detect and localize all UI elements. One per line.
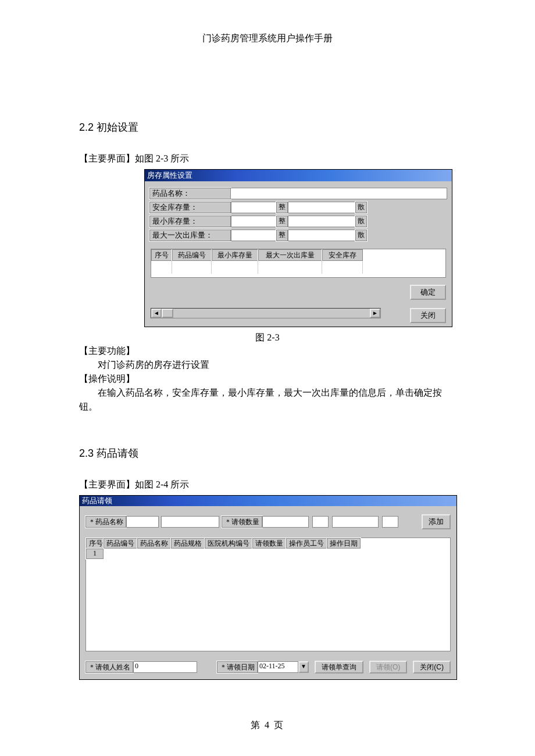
col-spec: 药品规格 <box>171 538 205 549</box>
label-date: ＊请领日期 <box>217 661 258 673</box>
scroll-left-arrow-icon[interactable]: ◄ <box>151 309 162 318</box>
col-date: 操作日期 <box>327 538 361 549</box>
input-qty[interactable] <box>262 516 309 528</box>
input-qty2[interactable] <box>332 516 379 528</box>
col-max-out: 最大一次出库量 <box>258 249 322 261</box>
label-drug-name: ＊药品名称 <box>85 516 126 528</box>
section-2-3-heading: 2.3 药品请领 <box>79 446 456 460</box>
input-min-loose[interactable] <box>288 216 355 227</box>
label-drug-name: 药品名称： <box>149 188 231 199</box>
input-unit1[interactable] <box>312 516 329 528</box>
input-unit2[interactable] <box>382 516 398 528</box>
input-maxout-whole[interactable] <box>231 230 276 241</box>
ok-button[interactable]: 确定 <box>410 285 446 300</box>
input-drug-name[interactable] <box>231 188 447 199</box>
label-person: ＊请领人姓名 <box>85 661 133 673</box>
main-func-label: 【主要功能】 <box>79 344 456 358</box>
col-org-code: 医院机构编号 <box>205 538 252 549</box>
main-func-body: 对门诊药房的房存进行设置 <box>79 358 456 372</box>
main-ui-label-23: 【主要界面】如图 2-3 所示 <box>79 152 456 166</box>
section-2-2-heading: 2.2 初始设置 <box>79 120 456 134</box>
col-drug-name: 药品名称 <box>137 538 171 549</box>
unit-loose: 散 <box>355 216 367 227</box>
input-safe-whole[interactable] <box>231 202 276 213</box>
table-24: 序号 药品编号 药品名称 药品规格 医院机构编号 请领数量 操作员工号 操作日期… <box>85 538 451 651</box>
window-titlebar: 药品请领 <box>80 496 456 506</box>
input-maxout-loose[interactable] <box>288 230 355 241</box>
col-drug-code: 药品编号 <box>104 538 137 549</box>
add-button[interactable]: 添加 <box>422 514 451 529</box>
figure-2-4-window: 药品请领 ＊药品名称 ＊请领数量 添加 序号 药品编号 药品名称 药品规格 医院… <box>79 495 457 680</box>
query-button[interactable]: 请领单查询 <box>315 661 363 673</box>
unit-whole: 整 <box>276 202 288 213</box>
label-max-out: 最大一次出库量： <box>149 230 231 241</box>
label-min-stock: 最小库存量： <box>149 216 231 227</box>
op-body: 在输入药品名称，安全库存量，最小库存量，最大一次出库量的信息后，单击确定按钮。 <box>79 386 456 414</box>
label-safe-stock: 安全库存量： <box>149 202 231 213</box>
submit-button[interactable]: 请领(O) <box>369 661 407 673</box>
unit-whole: 整 <box>276 216 288 227</box>
col-drug-code: 药品编号 <box>172 249 212 261</box>
input-person[interactable]: 0 <box>133 661 197 673</box>
page-number: 第 4 页 <box>0 719 535 732</box>
label-qty: ＊请领数量 <box>222 516 262 528</box>
col-min-stock: 最小库存量 <box>212 249 258 261</box>
col-operator: 操作员工号 <box>286 538 327 549</box>
input-date[interactable]: 02-11-25 <box>258 661 298 673</box>
col-safe-stock: 安全库存 <box>322 249 363 261</box>
unit-whole: 整 <box>276 230 288 241</box>
op-label: 【操作说明】 <box>79 372 456 386</box>
figure-2-3-caption: 图 2-3 <box>79 332 456 344</box>
input-min-whole[interactable] <box>231 216 276 227</box>
input-safe-loose[interactable] <box>288 202 355 213</box>
window-titlebar: 房存属性设置 <box>145 170 452 181</box>
table-23: 序号 药品编号 最小库存量 最大一次出库量 安全库存 <box>151 249 446 278</box>
col-seq: 序号 <box>151 249 172 261</box>
page-header: 门诊药房管理系统用户操作手册 <box>0 0 535 45</box>
close-button[interactable]: 关闭(C) <box>413 661 451 673</box>
figure-2-3-window: 房存属性设置 药品名称： 安全库存量： 整 散 最小库存量： 整 <box>144 169 452 327</box>
unit-loose: 散 <box>355 230 367 241</box>
col-qty: 请领数量 <box>252 538 286 549</box>
scroll-thumb[interactable] <box>162 309 173 318</box>
input-drug-name[interactable] <box>161 516 219 528</box>
date-dropdown-icon[interactable]: ▼ <box>298 661 309 673</box>
main-ui-label-24: 【主要界面】如图 2-4 所示 <box>79 478 456 492</box>
unit-loose: 散 <box>355 202 367 213</box>
col-seq: 序号 <box>86 538 104 549</box>
input-drug-name-code[interactable] <box>126 516 159 528</box>
close-button[interactable]: 关闭 <box>410 308 446 323</box>
scrollbar-horizontal[interactable]: ◄ ► <box>151 308 381 318</box>
scroll-right-arrow-icon[interactable]: ► <box>370 309 380 318</box>
row-1-seq: 1 <box>86 549 104 559</box>
